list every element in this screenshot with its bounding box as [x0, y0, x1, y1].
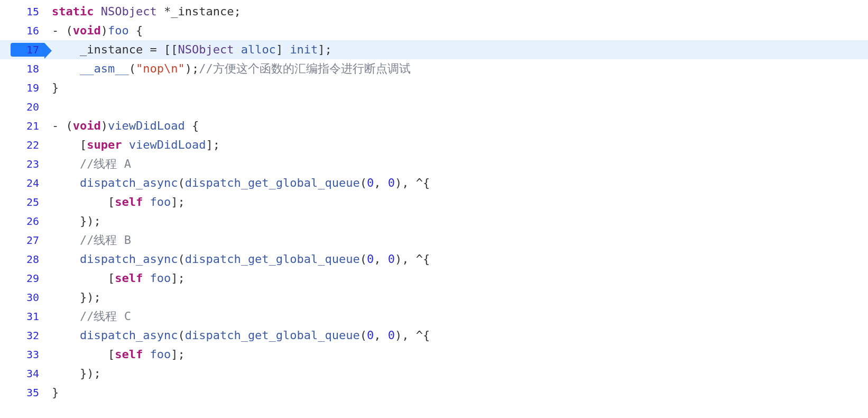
token-plain: ];: [318, 43, 332, 56]
code-content[interactable]: }: [48, 383, 868, 402]
token-plain: (: [129, 62, 136, 75]
token-plain: [: [52, 348, 115, 361]
line-number: 28: [26, 253, 39, 266]
code-content[interactable]: dispatch_async(dispatch_get_global_queue…: [48, 250, 868, 268]
code-line[interactable]: 29 [self foo];: [0, 269, 868, 288]
line-number: 20: [26, 101, 39, 113]
token-plain: [52, 233, 80, 247]
code-content[interactable]: });: [48, 212, 868, 230]
token-plain: [143, 271, 150, 285]
line-number-gutter[interactable]: 20: [0, 98, 48, 115]
code-line[interactable]: 30 });: [0, 288, 868, 307]
code-line[interactable]: 21- (void)viewDidLoad {: [0, 116, 868, 135]
line-number-gutter[interactable]: 18: [0, 60, 48, 77]
code-content[interactable]: });: [48, 364, 868, 383]
code-line[interactable]: 27 //线程 B: [0, 231, 868, 250]
line-number-gutter[interactable]: 29: [0, 270, 48, 287]
code-line[interactable]: 16- (void)foo {: [0, 21, 868, 40]
token-cmt: //线程 A: [80, 157, 131, 170]
code-line[interactable]: 19}: [0, 78, 868, 97]
code-content[interactable]: static NSObject *_instance;: [48, 2, 868, 21]
code-line[interactable]: 33 [self foo];: [0, 345, 868, 364]
token-num: 0: [367, 329, 374, 342]
code-content[interactable]: [self foo];: [48, 193, 868, 211]
token-plain: ), ^{: [395, 329, 430, 342]
code-content[interactable]: [super viewDidLoad];: [48, 135, 868, 154]
token-num: 0: [367, 176, 374, 189]
code-line[interactable]: 31 //线程 C: [0, 307, 868, 326]
code-line[interactable]: 15static NSObject *_instance;: [0, 2, 868, 21]
line-number-gutter[interactable]: 27: [0, 232, 48, 249]
code-line[interactable]: 17 _instance = [[NSObject alloc] init];: [0, 40, 868, 59]
token-plain: (: [360, 252, 367, 266]
code-content[interactable]: [self foo];: [48, 269, 868, 287]
code-line[interactable]: 34 });: [0, 364, 868, 383]
line-number-gutter[interactable]: 26: [0, 213, 48, 230]
line-number-gutter[interactable]: 34: [0, 365, 48, 382]
code-line[interactable]: 28 dispatch_async(dispatch_get_global_qu…: [0, 250, 868, 269]
token-plain: ];: [206, 138, 220, 151]
token-plain: [234, 43, 241, 56]
code-content[interactable]: __asm__("nop\n");//方便这个函数的汇编指令进行断点调试: [48, 59, 868, 78]
code-line[interactable]: 26 });: [0, 212, 868, 231]
line-number-gutter[interactable]: 30: [0, 289, 48, 306]
code-editor[interactable]: 15static NSObject *_instance;16- (void)f…: [0, 0, 868, 402]
token-func: alloc: [241, 43, 276, 56]
token-plain: ), ^{: [395, 176, 430, 189]
token-plain: }: [52, 81, 59, 94]
line-number: 29: [26, 272, 39, 285]
line-number: 33: [26, 348, 39, 361]
token-plain: {: [185, 119, 199, 132]
token-kw: void: [73, 119, 101, 132]
line-number-gutter[interactable]: 31: [0, 308, 48, 325]
token-plain: (: [178, 252, 184, 266]
line-number: 21: [26, 120, 39, 132]
token-str: "nop\n": [136, 62, 185, 75]
line-number-gutter[interactable]: 16: [0, 22, 48, 39]
code-content[interactable]: //线程 A: [48, 155, 868, 173]
code-content[interactable]: dispatch_async(dispatch_get_global_queue…: [48, 174, 868, 192]
line-number: 17: [26, 43, 39, 56]
token-plain: [52, 329, 80, 342]
code-line[interactable]: 18 __asm__("nop\n");//方便这个函数的汇编指令进行断点调试: [0, 59, 868, 78]
line-number-gutter[interactable]: 19: [0, 79, 48, 96]
token-plain: (: [360, 329, 367, 342]
code-content[interactable]: dispatch_async(dispatch_get_global_queue…: [48, 326, 868, 344]
line-number-gutter[interactable]: 35: [0, 384, 48, 401]
breakpoint-gutter[interactable]: 17: [0, 41, 48, 58]
code-line[interactable]: 35}: [0, 383, 868, 402]
line-number: 24: [26, 177, 39, 189]
line-number-gutter[interactable]: 24: [0, 175, 48, 192]
code-content[interactable]: [self foo];: [48, 345, 868, 364]
line-number-gutter[interactable]: 22: [0, 137, 48, 153]
line-number-gutter[interactable]: 28: [0, 251, 48, 268]
token-plain: (: [178, 329, 184, 342]
token-num: 0: [388, 176, 395, 189]
code-content[interactable]: //线程 C: [48, 307, 868, 325]
code-line[interactable]: 32 dispatch_async(dispatch_get_global_qu…: [0, 326, 868, 345]
token-type: NSObject: [101, 5, 157, 18]
line-number-gutter[interactable]: 32: [0, 327, 48, 344]
code-content[interactable]: - (void)foo {: [48, 21, 868, 40]
code-content[interactable]: - (void)viewDidLoad {: [48, 116, 868, 135]
token-cmt: //线程 B: [80, 233, 131, 247]
line-number-gutter[interactable]: 25: [0, 194, 48, 211]
token-plain: - (: [52, 119, 73, 132]
line-number-gutter[interactable]: 21: [0, 117, 48, 134]
line-number: 16: [26, 24, 39, 37]
token-plain: ];: [171, 195, 185, 208]
token-plain: [: [52, 195, 115, 208]
line-number-gutter[interactable]: 23: [0, 156, 48, 172]
code-content[interactable]: }: [48, 78, 868, 97]
code-line[interactable]: 25 [self foo];: [0, 193, 868, 212]
code-line[interactable]: 20: [0, 97, 868, 116]
line-number-gutter[interactable]: 33: [0, 346, 48, 363]
code-content[interactable]: });: [48, 288, 868, 306]
code-content[interactable]: _instance = [[NSObject alloc] init];: [48, 40, 868, 59]
code-line[interactable]: 22 [super viewDidLoad];: [0, 135, 868, 155]
code-line[interactable]: 24 dispatch_async(dispatch_get_global_qu…: [0, 174, 868, 193]
code-line[interactable]: 23 //线程 A: [0, 155, 868, 174]
code-content[interactable]: //线程 B: [48, 231, 868, 249]
token-plain: ): [101, 24, 108, 37]
line-number-gutter[interactable]: 15: [0, 3, 48, 20]
